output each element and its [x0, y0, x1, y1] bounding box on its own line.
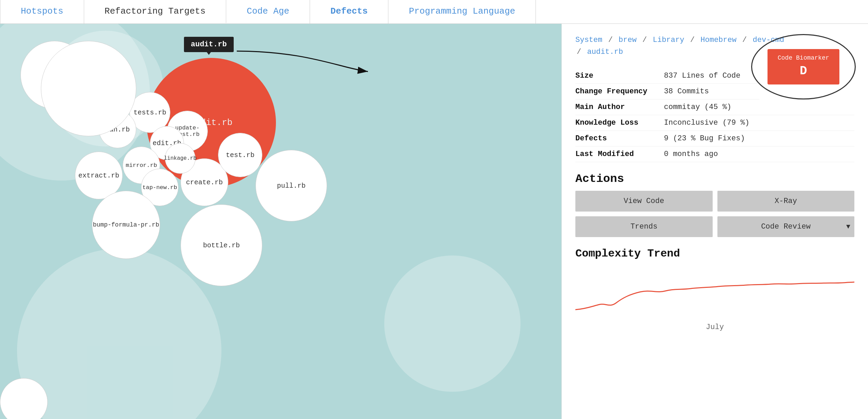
- breadcrumb-system[interactable]: System: [575, 36, 602, 44]
- actions-title: Actions: [575, 172, 854, 185]
- prop-last-modified-label: Last Modified: [575, 150, 664, 158]
- prop-knowledge-loss-label: Knowledge Loss: [575, 119, 664, 127]
- prop-main-author: Main Author commitay (45 %): [575, 99, 854, 115]
- prop-knowledge-loss-value: Inconclusive (79 %): [664, 119, 749, 127]
- bubble-linkage[interactable]: linkage.rb: [165, 143, 196, 174]
- prop-change-freq-value: 38 Commits: [664, 87, 709, 96]
- tab-hotspots[interactable]: Hotspots: [0, 0, 84, 24]
- breadcrumb-library[interactable]: Library: [653, 36, 684, 44]
- view-code-button[interactable]: View Code: [575, 191, 713, 212]
- tab-programming[interactable]: Programming Language: [388, 0, 536, 24]
- biomarker-badge: Code Biomarker D: [768, 49, 839, 84]
- bubble-mirror-label: mirror.rb: [126, 162, 157, 169]
- bubble-pull-label: pull.rb: [277, 182, 306, 190]
- nav-tabs: Hotspots Refactoring Targets Code Age De…: [0, 0, 868, 24]
- prop-size: Size 837 Lines of Code: [575, 68, 759, 84]
- bubble-extract-label: extract.rb: [78, 172, 119, 180]
- bubble-pull[interactable]: pull.rb: [255, 150, 327, 221]
- prop-last-modified-value: 0 months ago: [664, 150, 718, 158]
- bubble-bottle-label: bottle.rb: [203, 242, 240, 249]
- bubble-bump-formula-pr[interactable]: bump-formula-pr.rb: [92, 191, 160, 259]
- prop-size-value: 837 Lines of Code: [664, 72, 740, 80]
- prop-size-label: Size: [575, 72, 664, 80]
- prop-change-freq-label: Change Frequency: [575, 87, 664, 96]
- complexity-trend-title: Complexity Trend: [575, 247, 854, 260]
- biomarker-label: Code Biomarker: [778, 54, 829, 62]
- code-review-dropdown-arrow: ▼: [846, 223, 850, 231]
- code-review-button[interactable]: Code Review ▼: [717, 216, 855, 237]
- trends-button[interactable]: Trends: [575, 216, 713, 237]
- bubble-test[interactable]: test.rb: [218, 133, 262, 177]
- breadcrumb-brew[interactable]: brew: [619, 36, 637, 44]
- prop-main-author-value: commitay (45 %): [664, 103, 731, 111]
- bubble-tap-new-label: tap-new.rb: [142, 184, 177, 191]
- breadcrumb-audit-rb[interactable]: audit.rb: [587, 48, 623, 56]
- main-layout: audit.rb audit.rb pull.rb bottle.rb crea…: [0, 24, 868, 419]
- bubble-large-left-mid: [41, 41, 136, 136]
- prop-main-author-label: Main Author: [575, 103, 664, 111]
- tab-refactoring[interactable]: Refactoring Targets: [84, 0, 226, 24]
- bubble-test-label: test.rb: [226, 151, 254, 159]
- prop-defects-label: Defects: [575, 134, 664, 143]
- complexity-trend-chart: [575, 265, 854, 320]
- svg-rect-1: [575, 265, 854, 320]
- prop-knowledge-loss: Knowledge Loss Inconclusive (79 %): [575, 115, 854, 131]
- info-panel: System / brew / Library / Homebrew / dev…: [561, 24, 868, 419]
- july-label: July: [575, 323, 854, 331]
- xray-button[interactable]: X-Ray: [717, 191, 855, 212]
- bubble-chart-area: audit.rb audit.rb pull.rb bottle.rb crea…: [0, 24, 561, 419]
- bubble-tests-label: tests.rb: [134, 109, 166, 117]
- breadcrumb-homebrew[interactable]: Homebrew: [700, 36, 737, 44]
- bubble-linkage-label: linkage.rb: [164, 155, 197, 161]
- prop-change-freq: Change Frequency 38 Commits: [575, 84, 759, 99]
- bubble-bump-formula-pr-label: bump-formula-pr.rb: [93, 221, 159, 228]
- bubble-bottle[interactable]: bottle.rb: [181, 204, 262, 286]
- tab-defects[interactable]: Defects: [310, 0, 388, 24]
- prop-defects: Defects 9 (23 % Bug Fixes): [575, 131, 854, 146]
- tab-code-age[interactable]: Code Age: [226, 0, 310, 24]
- biomarker-grade: D: [778, 63, 829, 80]
- actions-grid: View Code X-Ray Trends Code Review ▼: [575, 191, 854, 237]
- audit-tooltip: audit.rb: [184, 37, 234, 52]
- prop-last-modified: Last Modified 0 months ago: [575, 146, 854, 162]
- bubble-create-label: create.rb: [186, 179, 223, 186]
- prop-defects-value: 9 (23 % Bug Fixes): [664, 134, 745, 143]
